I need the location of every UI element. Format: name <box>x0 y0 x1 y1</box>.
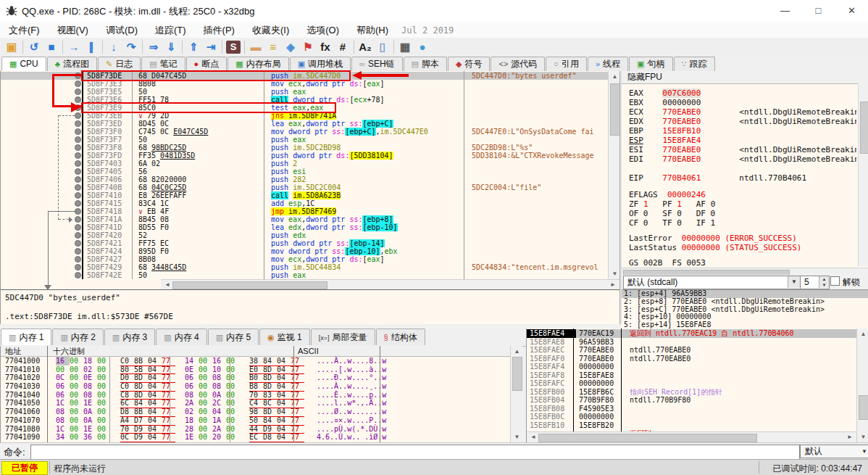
register-line[interactable]: EDI 770EABE0 <ntdll.DbgUiRemoteBreakin> <box>629 154 856 164</box>
dump-vscrollbar[interactable]: ▲ ▼ <box>510 346 522 442</box>
dump-byte[interactable]: 16 <box>56 357 70 365</box>
minimize-button[interactable]: — <box>769 0 801 22</box>
disasm-row[interactable]: 5D8F74278B08mov ecx,dword ptr ds:[eax] <box>1 255 608 263</box>
labels-icon[interactable]: ◈ <box>282 39 299 55</box>
dump-byte[interactable]: 1E <box>83 425 97 434</box>
disasm-hscrollbar[interactable]: ◄ ► <box>161 279 619 290</box>
dump-byte[interactable]: 02 <box>83 365 97 374</box>
scroll-thumb[interactable] <box>538 434 757 442</box>
tab-跟踪[interactable]: ∵跟踪 <box>674 57 715 71</box>
dump-row[interactable]: 770410501C001E006C8404772A002C00C48C0477… <box>1 399 510 408</box>
dump-byte[interactable]: 0A <box>83 416 97 425</box>
dump-byte[interactable]: 2A <box>212 425 226 434</box>
dump-byte[interactable]: 34 <box>56 433 70 442</box>
disasm-row[interactable]: 5D8F741D8D55 F0lea edx,dword ptr ss:[ebp… <box>1 223 608 231</box>
register-line[interactable]: EFLAGS 00000246 <box>629 190 856 199</box>
scroll-up-arrow[interactable]: ▲ <box>857 331 868 337</box>
dump-row[interactable]: 7704107008000A00A4D7047718001A0050840477… <box>1 416 510 425</box>
dump-byte[interactable]: 00 <box>226 425 240 434</box>
disasm-row[interactable]: 5D8F742052push edx <box>1 231 608 239</box>
menu-item[interactable]: 收藏夹(I) <box>243 22 298 39</box>
disasm-row[interactable]: 5D8F73F0C745 0C E047C45Dmov dword ptr ss… <box>1 128 608 136</box>
dump-byte[interactable]: 0C <box>56 373 70 382</box>
dump-byte[interactable]: 00 <box>70 416 83 425</box>
register-line[interactable]: LastStatus 00000000 (STATUS_SUCCESS) <box>629 243 856 252</box>
menu-item[interactable]: 帮助(H) <box>348 22 397 39</box>
stack-row[interactable]: 15E8FB0C00000000 <box>527 413 856 421</box>
scroll-thumb[interactable] <box>610 83 620 136</box>
register-line[interactable]: ESI 770EABE0 <ntdll.DbgUiRemoteBreakin> <box>629 145 856 154</box>
register-line[interactable]: ESP 15E8FAE4 <box>629 136 856 145</box>
chevron-down-icon[interactable]: ▼ <box>788 276 800 288</box>
dump-byte[interactable]: 1C <box>56 399 70 408</box>
disasm-row[interactable]: 5D8F742968 3448C45Dpush im.5DC448345DC44… <box>1 263 608 271</box>
dump-byte[interactable]: 00 <box>70 382 83 391</box>
disasm-row[interactable]: 5D8F73F868 98BDC25Dpush im.5DC2BD985DC2B… <box>1 144 608 152</box>
tab-内存 5[interactable]: ▥内存 5 <box>208 329 259 345</box>
dump-byte[interactable]: 04 <box>212 408 226 416</box>
run-until-icon[interactable]: ⇑ <box>185 39 202 55</box>
scroll-down-arrow[interactable]: ▼ <box>857 434 868 440</box>
menu-item[interactable]: 追踪(T) <box>146 22 195 39</box>
dump-row[interactable]: 7704103006000800C08D047706000800B88D0477… <box>1 382 510 391</box>
breakpoint-dot[interactable] <box>75 240 81 247</box>
disasm-row[interactable]: 5D8F73ED8D45 0Clea eax,dword ptr ss:[ebp… <box>1 120 608 128</box>
tab-内存 1[interactable]: ▥内存 1 <box>1 329 51 345</box>
open-file-icon[interactable]: ▣ <box>3 39 20 55</box>
dump-byte[interactable]: 0C <box>120 433 134 442</box>
tab-脚本[interactable]: ▤脚本 <box>404 57 447 71</box>
dump-byte[interactable]: 00 <box>226 373 240 382</box>
dump-byte[interactable]: 14 <box>185 357 199 365</box>
stack-row[interactable]: 15E8FAF815E8FAE8 <box>527 371 856 380</box>
disasm-row[interactable]: 5D8F740668 82020000push 282 <box>1 175 608 183</box>
dump-byte[interactable]: 00 <box>226 391 240 400</box>
menu-item[interactable]: 调试(D) <box>97 22 146 39</box>
register-line[interactable]: CF 0 TF 0 IF 1 <box>629 218 856 228</box>
dump-byte[interactable]: 77 <box>291 433 304 442</box>
dump-byte[interactable]: 18 <box>185 416 199 425</box>
scroll-up-arrow[interactable]: ▲ <box>609 73 620 80</box>
run-icon[interactable]: → <box>65 39 83 55</box>
disasm-row[interactable]: 5D8F7424895D F0mov dword ptr ss:[ebp-10]… <box>1 247 608 255</box>
register-line[interactable]: EBP 15E8FB10 <box>629 126 856 136</box>
dump-byte[interactable]: 00 <box>226 357 240 365</box>
dump-byte[interactable]: 2C <box>212 399 226 408</box>
dump-byte[interactable]: 1C <box>56 425 70 434</box>
scroll-down-arrow[interactable]: ▼ <box>609 270 620 277</box>
dump-byte[interactable]: 00 <box>199 357 212 365</box>
stack-row[interactable]: 15E8FAF0770EABE0ntdll.770EABE0 <box>527 355 856 363</box>
tab-断点[interactable]: ●断点 <box>186 57 228 71</box>
dump-byte[interactable]: 0A <box>212 391 226 400</box>
breakpoint-dot[interactable] <box>75 232 81 239</box>
restart-icon[interactable]: ↺ <box>25 39 43 55</box>
patches-icon[interactable]: ▬ <box>247 39 264 55</box>
dump-byte[interactable]: EC <box>249 433 263 442</box>
tab-流程图[interactable]: ♣流程图 <box>47 57 97 71</box>
stack-row[interactable]: 15E8FB08F45905E3 <box>527 405 856 413</box>
breakpoint-dot[interactable] <box>75 112 81 119</box>
dump-byte[interactable]: 0E <box>83 373 97 382</box>
calling-convention-select[interactable]: 默认 (stdcall)▼ <box>623 276 801 289</box>
command-input[interactable] <box>30 445 800 460</box>
disasm-row[interactable]: 5D8F7421FF75 ECpush dword ptr ss:[ebp-14… <box>1 239 608 247</box>
dump-row[interactable]: 7704100016001800C08B04771400160038840477… <box>1 357 510 365</box>
dump-byte[interactable]: 1A <box>212 416 226 425</box>
scroll-up-arrow[interactable]: ▲ <box>511 348 522 355</box>
dump-byte[interactable]: 00 <box>199 365 212 374</box>
dump-byte[interactable]: 00 <box>199 433 212 442</box>
tab-结构体[interactable]: §结构体 <box>376 329 425 345</box>
dump-row[interactable]: 770410200C000E00D08D047706000800B08D0477… <box>1 373 510 382</box>
dump-byte[interactable]: 00 <box>199 425 212 434</box>
register-line[interactable]: GS 002B FS 0053 <box>629 258 856 268</box>
dump-byte[interactable]: 04 <box>277 433 291 442</box>
dump-byte[interactable]: 00 <box>199 399 212 408</box>
dump-byte[interactable]: 00 <box>226 399 240 408</box>
tab-日志[interactable]: ✎日志 <box>98 57 141 71</box>
disasm-row[interactable]: 5D8F742E50push eax <box>1 271 608 279</box>
menu-item[interactable]: 选项(O) <box>298 22 348 39</box>
dump-byte[interactable]: 0E <box>185 365 199 374</box>
disasm-row[interactable]: 5D8F740556push esi <box>1 168 608 175</box>
dump-byte[interactable]: 06 <box>56 382 70 391</box>
tab-引用[interactable]: ○引用 <box>546 57 587 71</box>
register-line[interactable]: OF 0 SF 0 DF 0 <box>629 209 856 218</box>
